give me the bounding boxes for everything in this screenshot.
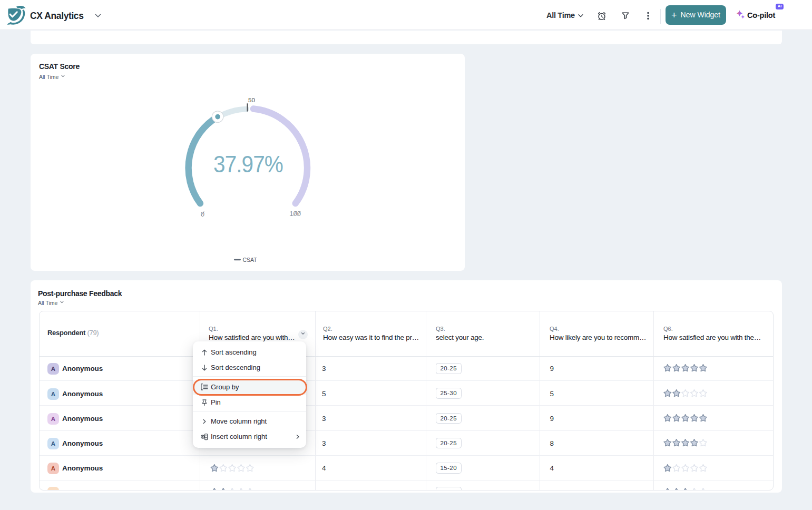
svg-text:CSAT: CSAT: [243, 257, 258, 263]
svg-text:50: 50: [248, 97, 255, 103]
